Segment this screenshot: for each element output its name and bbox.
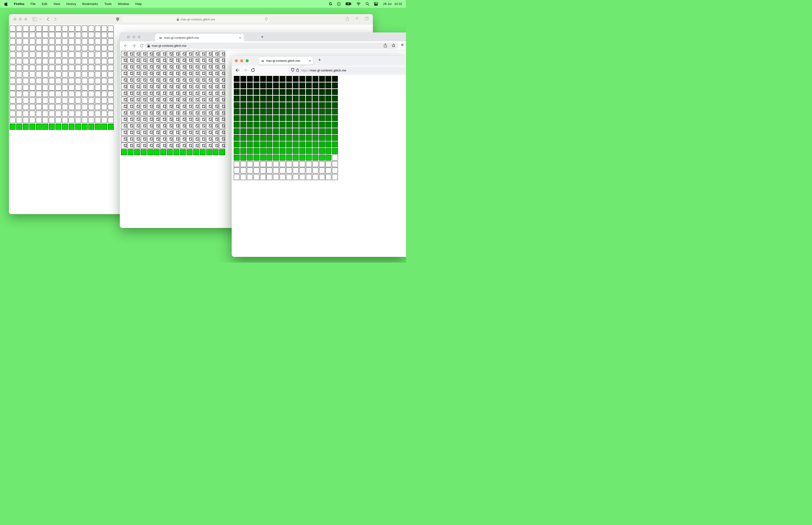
- menu-item-bookmarks[interactable]: Bookmarks: [82, 2, 98, 6]
- canvas-cell: [206, 136, 212, 142]
- canvas-cell: [121, 51, 127, 57]
- close-tab-icon[interactable]: ×: [239, 36, 241, 40]
- canvas-cell: [206, 97, 212, 103]
- forward-icon[interactable]: [243, 69, 247, 72]
- control-center-icon[interactable]: [374, 2, 378, 6]
- canvas-cell: [206, 130, 212, 136]
- canvas-cell: [200, 103, 205, 109]
- chrome-url-field[interactable]: max-gl-contexts.glitch.me: [144, 43, 398, 49]
- canvas-cell: [193, 77, 199, 83]
- back-icon[interactable]: [47, 17, 49, 21]
- canvas-cell: [134, 110, 140, 116]
- forward-icon[interactable]: [132, 44, 136, 47]
- broken-image-icon: [189, 137, 192, 141]
- menu-item-help[interactable]: Help: [135, 2, 142, 6]
- extensions-puzzle-icon[interactable]: [400, 43, 404, 48]
- canvas-cell: [101, 52, 107, 58]
- canvas-cell: [141, 110, 147, 116]
- canvas-cell: [36, 65, 42, 71]
- menu-item-tools[interactable]: Tools: [104, 2, 112, 6]
- close-button[interactable]: [13, 18, 16, 21]
- canvas-cell: [240, 174, 246, 180]
- close-button[interactable]: [127, 35, 130, 39]
- zoom-button[interactable]: [138, 35, 141, 39]
- canvas-cell: [247, 108, 253, 115]
- canvas-cell: [273, 82, 279, 88]
- star-icon[interactable]: [392, 44, 395, 48]
- minimize-button[interactable]: [19, 18, 22, 21]
- wifi-icon[interactable]: [356, 2, 361, 6]
- firefox-active-tab[interactable]: ∞ max-gl-contexts.glitch.me/ ×: [258, 57, 313, 65]
- broken-image-icon: [130, 98, 133, 102]
- canvas-cell: [193, 130, 199, 136]
- broken-image-icon: [215, 137, 218, 141]
- reload-icon[interactable]: [251, 68, 255, 72]
- firefox-url-field[interactable]: https://max-gl-contexts.glitch.me: [288, 67, 406, 74]
- chrome-active-tab[interactable]: ∞ max-gl-contexts.glitch.me ×: [155, 34, 244, 41]
- back-icon[interactable]: [124, 44, 128, 47]
- canvas-cell: [141, 123, 147, 129]
- canvas-cell: [173, 77, 179, 83]
- forward-icon[interactable]: [54, 17, 57, 21]
- tabs-overview-icon[interactable]: [365, 17, 369, 22]
- canvas-cell: [286, 115, 292, 121]
- zoom-button[interactable]: [24, 18, 27, 21]
- broken-image-icon: [196, 131, 198, 135]
- minimize-button[interactable]: [240, 59, 243, 62]
- canvas-cell: [306, 96, 312, 102]
- close-button[interactable]: [235, 59, 238, 62]
- canvas-cell: [200, 142, 205, 149]
- canvas-cell: [88, 91, 94, 97]
- reload-icon[interactable]: [140, 44, 143, 48]
- menubar-clock[interactable]: 10:32: [394, 2, 402, 6]
- minimize-button[interactable]: [132, 35, 135, 39]
- canvas-cell: [36, 39, 42, 44]
- canvas-cell: [234, 89, 240, 95]
- shield-icon[interactable]: [116, 17, 119, 21]
- apple-menu[interactable]: [4, 2, 8, 6]
- broken-image-icon: [215, 59, 218, 63]
- share-icon[interactable]: [384, 44, 387, 48]
- broken-image-icon: [156, 85, 159, 89]
- broken-image-icon: [215, 65, 218, 69]
- zoom-button[interactable]: [246, 59, 249, 62]
- broken-image-icon: [176, 144, 179, 148]
- canvas-cell: [108, 78, 114, 84]
- new-tab-icon[interactable]: [355, 17, 358, 22]
- broken-image-icon: [150, 105, 153, 109]
- canvas-cell: [234, 155, 240, 161]
- new-tab-button[interactable]: +: [261, 34, 264, 40]
- broken-image-icon: [176, 98, 179, 102]
- menu-item-history[interactable]: History: [66, 2, 76, 6]
- new-tab-button[interactable]: +: [318, 57, 321, 63]
- reload-icon[interactable]: [265, 17, 268, 21]
- menu-item-edit[interactable]: Edit: [42, 2, 47, 6]
- canvas-cell: [332, 102, 338, 108]
- broken-image-icon: [156, 144, 159, 148]
- google-icon[interactable]: G: [329, 2, 332, 6]
- menu-item-file[interactable]: File: [31, 2, 36, 6]
- canvas-cell: [101, 32, 107, 38]
- menu-item-window[interactable]: Window: [118, 2, 129, 6]
- search-icon[interactable]: [366, 2, 369, 6]
- menubar-date[interactable]: 26 Jul: [383, 2, 392, 6]
- canvas-cell: [219, 130, 225, 136]
- tracking-shield-icon[interactable]: [291, 68, 294, 73]
- canvas-cell: [42, 111, 48, 117]
- menu-app-name[interactable]: Firefox: [14, 2, 25, 6]
- share-icon[interactable]: [346, 17, 349, 22]
- back-icon[interactable]: [235, 69, 240, 72]
- broken-image-icon: [196, 59, 198, 63]
- sidebar-icon[interactable]: [32, 17, 37, 21]
- chevron-down-icon[interactable]: [39, 18, 42, 20]
- canvas-cell: [280, 155, 286, 161]
- canvas-cell: [127, 130, 134, 136]
- close-tab-icon[interactable]: ×: [309, 59, 311, 63]
- canvas-cell: [154, 110, 159, 116]
- canvas-cell: [260, 96, 266, 102]
- menu-item-view[interactable]: View: [53, 2, 60, 6]
- safari-url-field[interactable]: max-gl-contexts.glitch.me: [122, 16, 270, 23]
- canvas-cell: [280, 148, 286, 154]
- play-icon[interactable]: [337, 2, 341, 6]
- battery-charging-icon[interactable]: [346, 2, 352, 5]
